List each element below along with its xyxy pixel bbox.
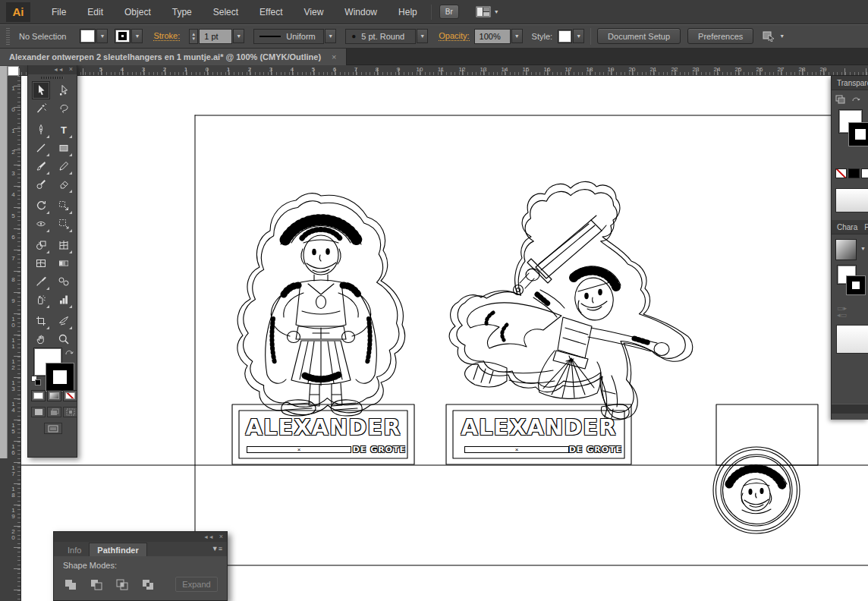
plate-title[interactable]: ALEXANDER (239, 414, 407, 440)
tool-perspective-grid[interactable] (55, 236, 73, 254)
action-figure-artwork[interactable] (449, 181, 693, 420)
tool-direct-selection[interactable] (55, 81, 73, 99)
tool-selection[interactable] (32, 81, 50, 99)
document-setup-button[interactable]: Document Setup (597, 28, 681, 44)
width-profile-caret[interactable]: ▼ (325, 29, 336, 43)
stroke-color-swatch[interactable] (115, 29, 131, 43)
collapse-icon[interactable]: ◄◄ (53, 67, 64, 72)
ruler-origin-box[interactable] (8, 66, 19, 76)
shape-mode-unite[interactable] (63, 577, 78, 591)
none-swatch[interactable] (835, 168, 847, 178)
character-panel-tab[interactable]: Chara (837, 223, 857, 231)
tab-info[interactable]: Info (60, 543, 89, 556)
menu-file[interactable]: File (41, 2, 77, 22)
tool-eraser[interactable] (55, 175, 73, 194)
stroke-weight-stepper[interactable]: ▲▼ (189, 29, 198, 44)
tool-pencil[interactable] (55, 157, 73, 175)
opacity-panel-link[interactable]: Opacity: (439, 31, 469, 41)
brush-dropdown[interactable]: ● 5 pt. Round (345, 29, 416, 44)
tool-zoom[interactable] (55, 330, 73, 348)
dock-stroke-proxy[interactable] (849, 123, 868, 146)
menu-edit[interactable]: Edit (77, 2, 114, 22)
tool-line-segment[interactable] (32, 139, 50, 157)
tool-width[interactable] (32, 215, 50, 233)
select-similar-control[interactable]: ▼ (763, 30, 785, 42)
gradient-button[interactable] (47, 390, 61, 401)
tool-blend[interactable] (55, 272, 73, 291)
tool-rotate[interactable] (32, 197, 50, 215)
stroke-panel-link[interactable]: Stroke: (153, 31, 180, 41)
style-swatch[interactable] (558, 30, 572, 43)
tool-symbol-sprayer[interactable] (32, 291, 50, 309)
fill-color-caret[interactable]: ▼ (96, 29, 108, 43)
menu-help[interactable]: Help (388, 2, 428, 22)
black-swatch[interactable] (848, 168, 860, 178)
menu-view[interactable]: View (294, 2, 335, 22)
tool-pen[interactable] (32, 121, 50, 139)
caret-down-icon[interactable]: ▼ (860, 246, 866, 251)
close-icon[interactable]: × (219, 534, 223, 540)
draw-normal-button[interactable] (31, 407, 46, 417)
tool-hand[interactable] (32, 330, 50, 348)
menu-object[interactable]: Object (114, 2, 162, 22)
color-button[interactable] (31, 390, 46, 401)
artwork-layer[interactable] (0, 0, 868, 601)
tool-shape-builder[interactable] (32, 236, 50, 254)
panel-drag-grip[interactable] (28, 74, 77, 81)
tool-eyedropper[interactable] (32, 272, 50, 291)
shape-mode-exclude[interactable] (140, 577, 156, 591)
tool-slice[interactable] (55, 312, 73, 330)
swap-arrows-icon[interactable] (851, 95, 861, 104)
plate-title[interactable]: ALEXANDER (453, 414, 624, 440)
expand-button[interactable]: Expand (175, 577, 218, 592)
default-fill-stroke-icon[interactable] (31, 376, 43, 388)
tool-rectangle[interactable] (55, 139, 73, 157)
bridge-button[interactable]: Br (439, 5, 459, 19)
preferences-button[interactable]: Preferences (687, 28, 753, 44)
stroke-proxy[interactable] (46, 363, 74, 391)
dock-stroke-proxy-2[interactable] (847, 276, 865, 294)
opacity-caret[interactable]: ▼ (511, 29, 523, 43)
tool-lasso[interactable] (55, 99, 73, 118)
brush-caret[interactable]: ▼ (417, 29, 428, 43)
paragraph-panel-tab[interactable]: Pa (864, 223, 868, 231)
tool-blob-brush[interactable] (32, 175, 50, 194)
tool-type[interactable]: T (55, 121, 73, 139)
draw-behind-button[interactable] (47, 407, 61, 417)
transparency-panel-tab[interactable]: Transpare (832, 76, 868, 90)
coin-artwork[interactable] (713, 447, 800, 533)
white-swatch[interactable] (861, 168, 868, 178)
panel-menu-icon[interactable]: ▼≡ (212, 545, 222, 552)
layers-icon[interactable] (835, 95, 845, 104)
dock-preview-box[interactable] (835, 188, 868, 212)
plate-subtitle[interactable]: DE GROTE (568, 445, 622, 455)
tab-pathfinder[interactable]: Pathfinder (89, 543, 146, 556)
shape-mode-intersect[interactable] (115, 577, 130, 591)
tool-free-transform[interactable] (55, 215, 73, 233)
plate-name-bar[interactable]: × (464, 446, 569, 453)
menu-window[interactable]: Window (334, 2, 388, 22)
close-icon[interactable]: × (69, 67, 73, 72)
panel-grip[interactable] (6, 28, 10, 45)
tool-mesh[interactable] (32, 254, 50, 272)
tool-paintbrush[interactable] (32, 157, 50, 175)
tool-magic-wand[interactable] (32, 99, 50, 118)
dock-preview-box-2[interactable] (836, 325, 868, 354)
opacity-field[interactable]: 100% (474, 29, 511, 44)
workspace-switcher[interactable]: ▼ (476, 6, 499, 17)
plate-subtitle[interactable]: DE GROTE (345, 445, 406, 455)
close-icon[interactable]: × (332, 52, 336, 61)
swap-fill-stroke-icon[interactable] (64, 348, 74, 358)
gradient-swatch[interactable] (835, 239, 857, 260)
screen-mode-button[interactable] (44, 423, 62, 434)
menu-select[interactable]: Select (203, 2, 249, 22)
plate-name-bar[interactable]: × (247, 446, 351, 453)
menu-effect[interactable]: Effect (249, 2, 293, 22)
tool-gradient[interactable] (55, 254, 73, 272)
none-button[interactable] (63, 390, 77, 401)
tool-column-graph[interactable] (55, 291, 73, 309)
width-profile-dropdown[interactable]: Uniform (253, 29, 324, 44)
shape-mode-minus-front[interactable] (89, 577, 104, 591)
draw-inside-button[interactable] (63, 407, 77, 417)
collapse-icon[interactable]: ◄◄ (203, 534, 214, 540)
